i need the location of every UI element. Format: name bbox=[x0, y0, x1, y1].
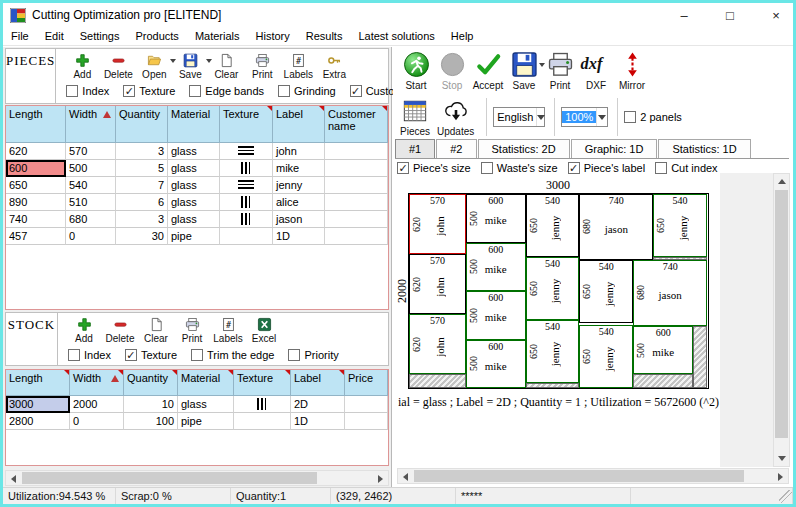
updates-button[interactable]: Updates bbox=[437, 97, 474, 137]
checkbox-texture[interactable]: ✓Texture bbox=[123, 85, 175, 97]
diagram-piece-jason[interactable]: 740680jason bbox=[633, 260, 707, 326]
diagram-piece-mike[interactable]: 600500mike bbox=[466, 194, 526, 243]
cell-quantity[interactable]: 7 bbox=[116, 177, 168, 194]
checkbox-texture[interactable]: ✓Texture bbox=[125, 349, 177, 361]
cell-width[interactable]: 680 bbox=[66, 211, 116, 228]
clear-button[interactable]: Clear bbox=[210, 52, 242, 80]
diagram-piece-jenny[interactable]: 540650jenny bbox=[653, 194, 707, 257]
tab-graphic-1d[interactable]: Graphic: 1D bbox=[571, 139, 658, 158]
checkbox-edge-bands[interactable]: Edge bands bbox=[189, 85, 264, 97]
cell-material[interactable]: glass bbox=[178, 396, 234, 413]
cell-label[interactable]: 1D bbox=[291, 413, 345, 430]
cell-quantity[interactable]: 3 bbox=[116, 211, 168, 228]
column-header-width[interactable]: Width bbox=[66, 106, 116, 143]
cell-material[interactable]: glass bbox=[168, 160, 220, 177]
cell-quantity[interactable]: 100 bbox=[124, 413, 178, 430]
cell-texture[interactable] bbox=[220, 194, 273, 211]
clear-button[interactable]: Clear bbox=[140, 316, 172, 344]
mirror-button[interactable]: Mirror bbox=[615, 49, 649, 91]
input-horizontal-scrollbar[interactable] bbox=[5, 470, 389, 486]
cell-material[interactable]: pipe bbox=[168, 228, 220, 245]
extra-button[interactable]: Extra bbox=[318, 52, 350, 80]
column-header-customer-name[interactable]: Customer name bbox=[325, 106, 388, 143]
diagram-piece-jason[interactable]: 740680jason bbox=[579, 194, 653, 260]
menu-item-settings[interactable]: Settings bbox=[72, 28, 128, 44]
cell-texture[interactable] bbox=[220, 160, 273, 177]
save-button[interactable]: Save bbox=[507, 49, 541, 91]
scroll-right-icon[interactable] bbox=[378, 475, 383, 483]
open-button[interactable]: Open bbox=[138, 52, 170, 80]
tab-statistics-2d[interactable]: Statistics: 2D bbox=[478, 139, 570, 158]
cell-material[interactable]: glass bbox=[168, 143, 220, 160]
cell-length[interactable]: 2800 bbox=[6, 413, 70, 430]
column-header-texture[interactable]: Texture bbox=[234, 370, 291, 396]
diagram-piece-john[interactable]: 570620john bbox=[409, 314, 466, 374]
cell-width[interactable]: 570 bbox=[66, 143, 116, 160]
checkbox-cut-index[interactable]: Cut index bbox=[655, 162, 717, 174]
diagram-piece-john[interactable]: 570620john bbox=[409, 254, 466, 314]
tab-statistics-1d[interactable]: Statistics: 1D bbox=[658, 139, 750, 158]
cell-width[interactable]: 2000 bbox=[70, 396, 124, 413]
diagram-piece-jenny[interactable]: 540650jenny bbox=[579, 260, 633, 323]
checkbox-index[interactable]: Index bbox=[68, 349, 111, 361]
cell-material[interactable]: pipe bbox=[178, 413, 234, 430]
diagram-piece-mike[interactable]: 600500mike bbox=[466, 291, 526, 340]
resize-grip-icon[interactable] bbox=[779, 490, 792, 503]
column-header-price[interactable]: Price bbox=[345, 370, 388, 396]
cell-texture[interactable] bbox=[234, 413, 291, 430]
tab-2[interactable]: #2 bbox=[436, 139, 476, 158]
cell-quantity[interactable]: 3 bbox=[116, 143, 168, 160]
save-button[interactable]: Save bbox=[174, 52, 206, 80]
column-header-quantity[interactable]: Quantity bbox=[116, 106, 168, 143]
checkbox-priority[interactable]: Priority bbox=[288, 349, 338, 361]
column-header-length[interactable]: Length bbox=[6, 106, 66, 143]
cell-texture[interactable] bbox=[220, 143, 273, 160]
menu-item-edit[interactable]: Edit bbox=[37, 28, 72, 44]
cell-width[interactable]: 540 bbox=[66, 177, 116, 194]
accept-button[interactable]: Accept bbox=[471, 49, 505, 91]
labels-button[interactable]: #Labels bbox=[282, 52, 314, 80]
pieces-button[interactable]: Pieces bbox=[399, 97, 431, 137]
checkbox-piece-s-label[interactable]: ✓Piece's label bbox=[568, 162, 645, 174]
start-button[interactable]: Start bbox=[399, 49, 433, 91]
print-button[interactable]: Print bbox=[176, 316, 208, 344]
checkbox-trim-the-edge[interactable]: Trim the edge bbox=[191, 349, 274, 361]
diagram-piece-mike[interactable]: 600500mike bbox=[633, 326, 693, 375]
language-select[interactable]: English bbox=[493, 107, 545, 127]
diagram-piece-jenny[interactable]: 540650jenny bbox=[526, 257, 580, 320]
cell-texture[interactable] bbox=[234, 396, 291, 413]
diagram-piece-jenny[interactable]: 540650jenny bbox=[526, 320, 580, 383]
menu-item-results[interactable]: Results bbox=[298, 28, 351, 44]
checkbox-index[interactable]: Index bbox=[66, 85, 109, 97]
column-header-material[interactable]: Material bbox=[178, 370, 234, 396]
cell-length[interactable]: 890 bbox=[6, 194, 66, 211]
diagram-piece-mike[interactable]: 600500mike bbox=[466, 243, 526, 292]
cell-customer[interactable] bbox=[325, 194, 388, 211]
menu-item-products[interactable]: Products bbox=[127, 28, 186, 44]
cell-length[interactable]: 650 bbox=[6, 177, 66, 194]
add-button[interactable]: Add bbox=[68, 316, 100, 344]
cell-length[interactable]: 620 bbox=[6, 143, 66, 160]
cell-price[interactable] bbox=[345, 396, 388, 413]
cell-length[interactable]: 600 bbox=[6, 160, 66, 177]
cell-texture[interactable] bbox=[220, 228, 273, 245]
combo-arrow-icon[interactable] bbox=[596, 108, 607, 126]
diagram-piece-jenny[interactable]: 540650jenny bbox=[526, 194, 580, 257]
cell-label[interactable]: jason bbox=[273, 211, 325, 228]
cell-width[interactable]: 0 bbox=[66, 228, 116, 245]
scroll-left-icon[interactable] bbox=[403, 473, 408, 481]
cell-price[interactable] bbox=[345, 413, 388, 430]
excel-button[interactable]: Excel bbox=[248, 316, 280, 344]
print-button[interactable]: Print bbox=[543, 49, 577, 91]
column-header-label[interactable]: Label bbox=[273, 106, 325, 143]
zoom-select[interactable]: 100% bbox=[561, 107, 608, 127]
cell-label[interactable]: mike bbox=[273, 160, 325, 177]
checkbox-waste-s-size[interactable]: Waste's size bbox=[481, 162, 558, 174]
menu-item-latest-solutions[interactable]: Latest solutions bbox=[350, 28, 442, 44]
cell-label[interactable]: john bbox=[273, 143, 325, 160]
checkbox-2-panels[interactable]: 2 panels bbox=[624, 111, 682, 123]
cell-material[interactable]: glass bbox=[168, 211, 220, 228]
cell-material[interactable]: glass bbox=[168, 177, 220, 194]
column-header-material[interactable]: Material bbox=[168, 106, 220, 143]
scroll-right-icon[interactable] bbox=[778, 473, 783, 481]
